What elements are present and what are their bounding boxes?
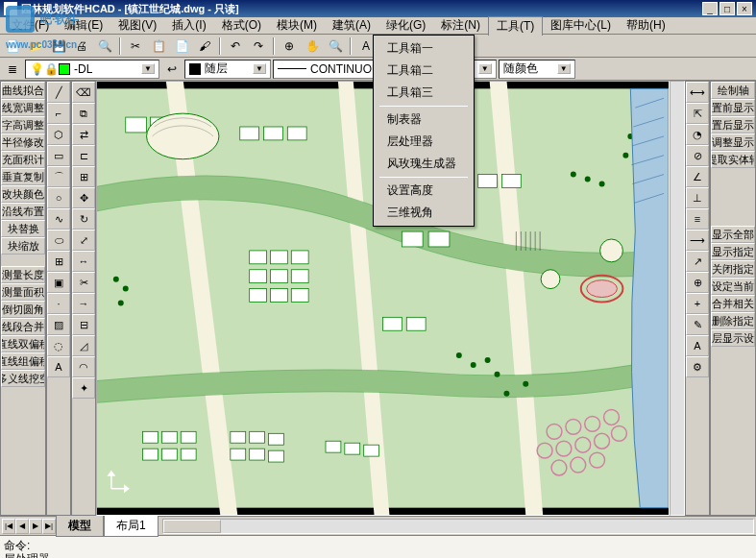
copy-icon[interactable]: 📋 [148, 36, 169, 56]
tab-last-icon[interactable]: ▶| [42, 519, 56, 534]
tool-adjust-disp[interactable]: 调整显示 [711, 133, 755, 151]
extend-icon[interactable]: → [72, 293, 95, 314]
open-icon[interactable]: 📂 [25, 36, 46, 56]
layer-manager-icon[interactable]: ≣ [2, 60, 23, 79]
erase-icon[interactable]: ⌫ [72, 82, 95, 103]
mirror-icon[interactable]: ⇄ [72, 124, 95, 145]
tool-block-scale[interactable]: 块缩放 [1, 237, 45, 255]
point-icon[interactable]: · [47, 293, 70, 314]
redo-icon[interactable]: ↷ [248, 36, 269, 56]
vertical-scrollbar[interactable] [670, 81, 685, 516]
menu-edit[interactable]: 编辑(E) [57, 16, 110, 35]
tool-delete-spec[interactable]: 删除指定 [711, 312, 755, 329]
scale-icon[interactable]: ⤢ [72, 230, 95, 251]
tool-vert-copy[interactable]: 垂直复制 [1, 168, 45, 185]
menu-layerproc[interactable]: 层处理器 [376, 131, 472, 153]
snap-icon[interactable]: ⊕ [279, 36, 300, 56]
insert-icon[interactable]: ⊞ [47, 251, 70, 272]
minimize-button[interactable]: _ [702, 2, 718, 15]
zoom-icon[interactable]: 🔍 [325, 36, 346, 56]
tool-close-spec[interactable]: 关闭指定 [711, 260, 755, 278]
block-icon[interactable]: ▣ [47, 272, 70, 293]
hatch-icon[interactable]: ▨ [47, 314, 70, 335]
cut-icon[interactable]: ✂ [125, 36, 146, 56]
command-area[interactable]: 命令: 层处理器 命令: [0, 535, 756, 558]
tool-bring-front[interactable]: 置前显示 [711, 99, 755, 116]
menu-insert[interactable]: 插入(I) [164, 16, 213, 35]
menu-toolbox3[interactable]: 工具箱三 [376, 82, 472, 104]
region-icon[interactable]: ◌ [47, 335, 70, 356]
plotcolor-dropdown[interactable]: 随颜色 ▼ [499, 60, 575, 79]
tool-extract-outline[interactable]: 提取实体轮 [711, 151, 755, 168]
tool-layer-disp[interactable]: 层显示设 [711, 329, 755, 347]
break-icon[interactable]: ⊟ [72, 314, 95, 335]
tool-along-line[interactable]: 沿线布置 [1, 203, 45, 220]
copy-obj-icon[interactable]: ⧉ [72, 103, 95, 124]
tab-next-icon[interactable]: ▶ [29, 519, 42, 534]
menu-module[interactable]: 模块(M) [269, 16, 325, 35]
rotate-icon[interactable]: ↻ [72, 208, 95, 230]
text-icon[interactable]: A [47, 356, 70, 377]
rectangle-icon[interactable]: ▭ [47, 145, 70, 166]
array-icon[interactable]: ⊞ [72, 166, 95, 187]
tool-dbl-offset[interactable]: 直线双偏移 [1, 335, 45, 352]
offset-icon[interactable]: ⊏ [72, 145, 95, 166]
dim-linear-icon[interactable]: ⟷ [686, 82, 709, 103]
leader-icon[interactable]: ↗ [686, 251, 709, 272]
polygon-icon[interactable]: ⬡ [47, 124, 70, 145]
menu-windrose[interactable]: 风玫瑰生成器 [376, 153, 472, 175]
layer-prev-icon[interactable]: ↩ [161, 60, 183, 79]
menu-building[interactable]: 建筑(A) [325, 16, 378, 35]
paste-icon[interactable]: 📄 [171, 36, 192, 56]
menu-file[interactable]: 文件(F) [4, 16, 57, 35]
tool-textheight[interactable]: 字高调整 [1, 116, 45, 133]
tool-group-offset[interactable]: 直线组偏移 [1, 352, 45, 370]
line-icon[interactable]: ╱ [47, 82, 70, 103]
close-button[interactable]: × [737, 2, 752, 15]
new-icon[interactable]: 📄 [2, 36, 23, 56]
tool-show-spec[interactable]: 显示指定 [711, 243, 755, 260]
tool-linewidth[interactable]: 线宽调整 [1, 99, 45, 116]
ellipse-icon[interactable]: ⬭ [47, 230, 70, 251]
tool-pline-hollow[interactable]: 多义线挖空 [1, 370, 45, 387]
dim-aligned-icon[interactable]: ⇱ [686, 103, 709, 124]
dim-angular-icon[interactable]: ∠ [686, 166, 709, 187]
preview-icon[interactable]: 🔍 [94, 36, 115, 56]
tab-prev-icon[interactable]: ◀ [15, 519, 29, 534]
undo-icon[interactable]: ↶ [225, 36, 246, 56]
center-mark-icon[interactable]: + [686, 293, 709, 314]
menu-tablegen[interactable]: 制表器 [376, 109, 472, 131]
tool-send-back[interactable]: 置后显示 [711, 116, 755, 133]
stretch-icon[interactable]: ↔ [72, 251, 95, 272]
tab-first-icon[interactable]: |◀ [2, 519, 15, 534]
menu-library[interactable]: 图库中心(L) [543, 16, 619, 35]
horizontal-scrollbar[interactable] [162, 519, 754, 534]
tab-layout1[interactable]: 布局1 [104, 516, 159, 537]
dim-edit-icon[interactable]: ✎ [686, 314, 709, 335]
spline-icon[interactable]: ∿ [47, 208, 70, 230]
menu-greening[interactable]: 绿化(G) [378, 16, 433, 35]
tool-curve-fit[interactable]: 曲线拟合 [1, 82, 45, 99]
tab-model[interactable]: 模型 [56, 516, 104, 537]
tool-draw-axis[interactable]: 绘制轴 [711, 82, 755, 99]
menu-tools[interactable]: 工具(T) [488, 16, 543, 36]
explode-icon[interactable]: ✦ [72, 377, 95, 399]
tool-measure-area[interactable]: 测量面积 [1, 283, 45, 301]
menu-toolbox1[interactable]: 工具箱一 [376, 37, 472, 60]
menu-format[interactable]: 格式(O) [214, 16, 269, 35]
maximize-button[interactable]: □ [719, 2, 735, 15]
trim-icon[interactable]: ✂ [72, 272, 95, 293]
chamfer-icon[interactable]: ◿ [72, 335, 95, 356]
fillet-icon[interactable]: ◠ [72, 356, 95, 377]
dim-style-icon[interactable]: ⚙ [686, 356, 709, 377]
dim-diameter-icon[interactable]: ⊘ [686, 145, 709, 166]
move-icon[interactable]: ✥ [72, 187, 95, 208]
save-icon[interactable]: 💾 [48, 36, 69, 56]
tool-measure-len[interactable]: 测量长度 [1, 266, 45, 283]
dim-ordinate-icon[interactable]: ⊥ [686, 187, 709, 208]
menu-help[interactable]: 帮助(H) [619, 16, 673, 35]
pan-icon[interactable]: ✋ [302, 36, 323, 56]
menu-toolbox2[interactable]: 工具箱二 [376, 60, 472, 82]
tool-set-current[interactable]: 设定当前 [711, 278, 755, 295]
tool-block-color[interactable]: 改块颜色 [1, 185, 45, 203]
